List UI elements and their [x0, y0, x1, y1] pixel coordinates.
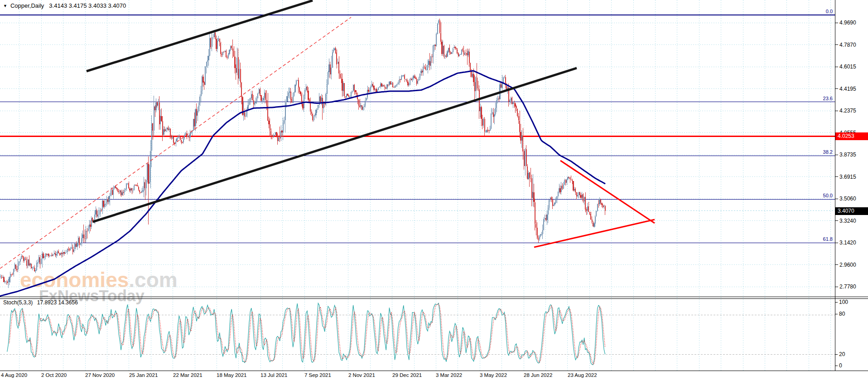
ohlc-values: 3.4143 3.4175 3.4033 3.4070: [49, 2, 126, 9]
svg-text:0.0: 0.0: [826, 9, 833, 14]
chart-canvas[interactable]: 4.96904.78704.60154.41954.23754.05553.87…: [0, 0, 868, 381]
svg-text:61.8: 61.8: [823, 236, 833, 242]
svg-text:23.6: 23.6: [823, 96, 833, 101]
stoch-indicator-name: Stoch(5,3,3): [3, 299, 33, 306]
symbol-period-text: Copper,Daily: [10, 2, 44, 9]
grid-layer: [0, 0, 835, 371]
svg-text:38.2: 38.2: [823, 149, 833, 155]
candles-layer: [0, 19, 606, 288]
fibonacci-layer: [0, 15, 835, 243]
symbol-title: ▼ Copper,Daily 3.4143 3.4175 3.4033 3.40…: [3, 2, 126, 9]
trendlines-layer: [0, 0, 655, 269]
price-axis-scale[interactable]: [835, 0, 868, 371]
svg-text:50.0: 50.0: [823, 193, 833, 198]
stoch-indicator-label: Stoch(5,3,3) 17.8923 14.3656: [3, 299, 78, 306]
trading-chart-window: economies.com FxNewsToday 4.96904.78704.…: [0, 0, 868, 381]
symbol-dropdown-icon: ▼: [3, 4, 7, 8]
time-axis-scale[interactable]: [0, 371, 835, 381]
stoch-indicator-values: 17.8923 14.3656: [37, 299, 78, 306]
